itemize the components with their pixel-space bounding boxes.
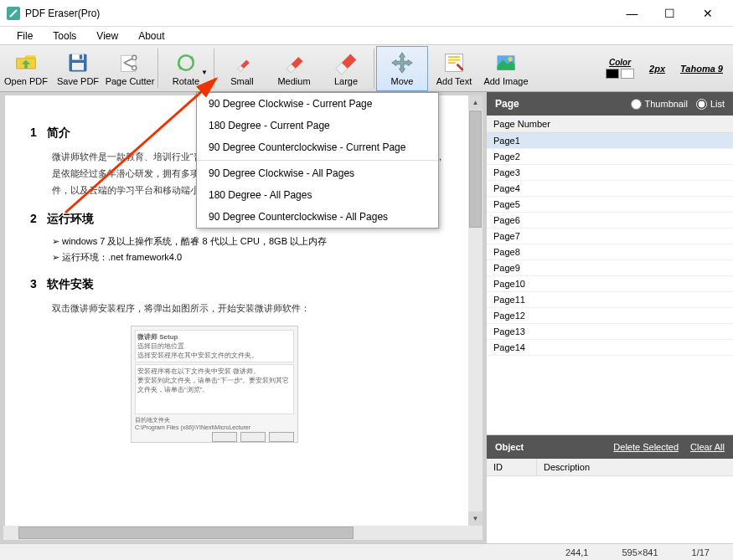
page-list-row[interactable]: Page2 — [487, 149, 733, 165]
move-icon — [390, 51, 414, 74]
eraser-small-button[interactable]: Small — [216, 46, 268, 91]
page-list-row[interactable]: Page1 — [487, 133, 733, 149]
statusbar: 244,1 595×841 1/17 — [0, 543, 733, 560]
open-pdf-label: Open PDF — [4, 76, 48, 86]
rotate-dropdown-menu: 90 Degree Clockwise - Current Page180 De… — [196, 92, 439, 229]
doc-paragraph: 双击微讲师安装程序，将弹出如图所示，开始安装微讲师软件： — [52, 301, 447, 317]
doc-heading-3: 3软件安装 — [30, 277, 447, 292]
rotate-button[interactable]: Rotate ▼ — [160, 46, 212, 91]
page-list-row[interactable]: Page14 — [487, 340, 733, 356]
menubar: File Tools View About — [0, 27, 733, 45]
move-label: Move — [391, 76, 414, 86]
eraser-small-icon — [230, 51, 254, 74]
add-text-label: Add Text — [436, 76, 472, 86]
app-icon — [7, 7, 20, 20]
thumbnail-radio[interactable]: Thumbnail — [631, 99, 688, 110]
status-dimensions: 595×841 — [622, 547, 658, 557]
horizontal-scrollbar[interactable] — [3, 526, 483, 540]
font-selector[interactable]: Tahoma 9 — [680, 64, 723, 74]
eraser-large-icon — [334, 51, 358, 74]
minimize-button[interactable]: — — [613, 1, 651, 26]
maximize-button[interactable]: ☐ — [651, 1, 689, 26]
save-icon — [66, 51, 90, 74]
object-table-header: ID Description — [487, 459, 733, 476]
color-label: Color — [606, 58, 634, 67]
scissors-icon — [118, 51, 142, 74]
rotate-label: Rotate — [173, 76, 199, 86]
rotate-icon — [174, 51, 198, 74]
dropdown-arrow-icon: ▼ — [201, 69, 208, 76]
page-cutter-button[interactable]: Page Cutter — [104, 46, 156, 91]
rotate-menu-item[interactable]: 90 Degree Counterclockwise - All Pages — [197, 206, 438, 228]
menu-about[interactable]: About — [128, 28, 174, 44]
rotate-menu-item[interactable]: 90 Degree Counterclockwise - Current Pag… — [197, 136, 438, 158]
eraser-medium-button[interactable]: Medium — [268, 46, 320, 91]
rotate-menu-item[interactable]: 180 Degree - Current Page — [197, 115, 438, 136]
vertical-scrollbar[interactable]: ▲ ▼ — [468, 95, 483, 526]
svg-rect-4 — [72, 63, 84, 70]
open-pdf-button[interactable]: Open PDF — [0, 46, 52, 91]
add-image-button[interactable]: Add Image — [480, 46, 532, 91]
object-panel: Object Delete Selected Clear All ID Desc… — [487, 434, 733, 543]
close-button[interactable]: ✕ — [689, 1, 726, 26]
page-list-row[interactable]: Page9 — [487, 260, 733, 276]
scroll-thumb[interactable] — [18, 527, 354, 539]
eraser-large-button[interactable]: Large — [320, 46, 372, 91]
page-list-row[interactable]: Page5 — [487, 197, 733, 213]
page-list-row[interactable]: Page6 — [487, 213, 733, 229]
page-list-row[interactable]: Page7 — [487, 229, 733, 244]
rotate-menu-item[interactable]: 90 Degree Clockwise - Current Page — [197, 93, 438, 115]
eraser-medium-icon — [282, 51, 306, 74]
stroke-width-selector[interactable]: 2px — [649, 64, 665, 74]
move-button[interactable]: Move — [376, 46, 428, 91]
save-pdf-label: Save PDF — [57, 76, 99, 86]
page-list-row[interactable]: Page8 — [487, 244, 733, 260]
scroll-down-arrow[interactable]: ▼ — [468, 511, 483, 526]
add-text-button[interactable]: Add Text — [428, 46, 480, 91]
clear-all-link[interactable]: Clear All — [690, 442, 725, 452]
eraser-large-label: Large — [334, 76, 358, 86]
menu-view[interactable]: View — [86, 28, 128, 44]
scroll-thumb[interactable] — [469, 110, 482, 228]
side-panel: Page Thumbnail List Page Number Page1Pag… — [486, 92, 733, 543]
add-text-icon — [442, 51, 466, 74]
page-list-header: Page Number — [487, 116, 733, 133]
save-pdf-button[interactable]: Save PDF — [52, 46, 104, 91]
menu-file[interactable]: File — [7, 28, 43, 44]
add-image-label: Add Image — [483, 76, 528, 86]
add-image-icon — [494, 51, 518, 74]
titlebar: PDF Eraser(Pro) — ☐ ✕ — [0, 0, 733, 27]
eraser-medium-label: Medium — [277, 76, 310, 86]
svg-rect-5 — [121, 55, 137, 71]
toolbar-separator — [374, 49, 374, 89]
menu-tools[interactable]: Tools — [43, 28, 86, 44]
scroll-up-arrow[interactable]: ▲ — [468, 95, 483, 110]
menu-separator — [197, 160, 438, 161]
page-list-row[interactable]: Page4 — [487, 181, 733, 197]
page-list-row[interactable]: Page10 — [487, 276, 733, 292]
open-folder-icon — [14, 51, 38, 74]
rotate-menu-item[interactable]: 90 Degree Clockwise - All Pages — [197, 162, 438, 184]
window-title: PDF Eraser(Pro) — [25, 8, 613, 19]
list-radio[interactable]: List — [696, 99, 725, 110]
page-list-row[interactable]: Page3 — [487, 165, 733, 181]
page-list-row[interactable]: Page11 — [487, 292, 733, 308]
page-panel-header: Page Thumbnail List — [487, 92, 733, 116]
page-cutter-label: Page Cutter — [106, 76, 155, 86]
rotate-menu-item[interactable]: 180 Degree - All Pages — [197, 184, 438, 206]
object-list[interactable] — [487, 476, 733, 543]
object-col-id: ID — [487, 459, 537, 475]
embedded-screenshot: 微讲师 Setup选择目的地位置选择安装程序在其中安装文件的文件夹。 安装程序将… — [131, 326, 298, 443]
page-list-row[interactable]: Page13 — [487, 324, 733, 340]
color-swatch-white[interactable] — [621, 69, 634, 79]
object-panel-title: Object — [495, 442, 601, 452]
page-list[interactable]: Page1Page2Page3Page4Page5Page6Page7Page8… — [487, 133, 733, 434]
object-col-desc: Description — [537, 459, 596, 475]
eraser-small-label: Small — [230, 76, 254, 86]
toolbar: Open PDF Save PDF Page Cutter Rotate ▼ S… — [0, 45, 733, 92]
color-swatch-black[interactable] — [606, 69, 619, 79]
delete-selected-link[interactable]: Delete Selected — [613, 442, 679, 452]
doc-bullet: 运行环境：.net framework4.0 — [52, 251, 447, 264]
color-picker[interactable]: Color — [606, 58, 634, 79]
page-list-row[interactable]: Page12 — [487, 308, 733, 324]
